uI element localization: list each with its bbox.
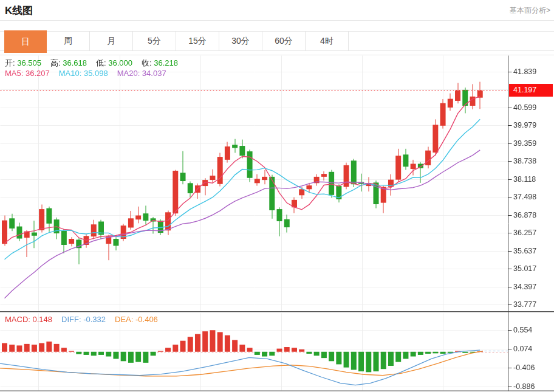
tab-0[interactable]: 日 xyxy=(4,30,47,53)
legend-value: 36.207 xyxy=(23,69,49,78)
legend-value: 34.037 xyxy=(140,69,166,78)
y-axis-tick: 34.397 xyxy=(513,282,551,292)
tab-7[interactable]: 4时 xyxy=(306,32,349,50)
y-axis-tick: 39.979 xyxy=(513,120,551,130)
y-axis-tick: 33.777 xyxy=(513,300,551,309)
kline-page: K线图 基本面分析> 日周月5分15分30分60分4时 开: 36.505高: … xyxy=(0,0,554,392)
legend-label: 开: xyxy=(5,58,15,67)
macd-legend: MACD: 0.148DIFF: -0.332DEA: -0.406 xyxy=(5,315,167,324)
y-axis-tick: 35.017 xyxy=(513,264,551,273)
macd-y-axis-tick: 0.074 xyxy=(513,344,551,354)
macd-y-axis-tick: 0.554 xyxy=(513,325,551,335)
kline-chart-area: 开: 36.505高: 36.618低: 36.000收: 36.218 MA5… xyxy=(0,55,554,392)
kline-chart-canvas[interactable] xyxy=(0,55,554,392)
tab-4[interactable]: 15分 xyxy=(176,32,219,50)
legend-label: DIFF: xyxy=(61,315,81,324)
macd-y-axis-tick: -0.406 xyxy=(513,363,551,373)
page-header: K线图 基本面分析> xyxy=(0,0,554,21)
legend-label: MACD: xyxy=(5,315,30,324)
ohlc-legend: 开: 36.505高: 36.618低: 36.000收: 36.218 xyxy=(5,58,187,69)
legend-label: MA20: xyxy=(117,69,140,78)
y-axis-tick: 37.498 xyxy=(513,192,551,202)
tab-3[interactable]: 5分 xyxy=(133,32,176,50)
y-axis-tick: 36.257 xyxy=(513,228,551,238)
legend-value: 36.505 xyxy=(15,58,41,67)
y-axis-tick: 41.839 xyxy=(513,67,551,77)
legend-label: DEA: xyxy=(115,315,133,324)
y-axis-tick: 40.599 xyxy=(513,103,551,112)
y-axis-tick: 39.359 xyxy=(513,139,551,148)
tab-5[interactable]: 30分 xyxy=(219,32,262,50)
legend-value: 36.218 xyxy=(152,58,178,67)
legend-label: 收: xyxy=(142,58,152,67)
legend-value: 36.000 xyxy=(106,58,132,67)
fundamental-analysis-link[interactable]: 基本面分析> xyxy=(510,5,550,16)
legend-label: MA5: xyxy=(5,69,23,78)
ma-legend: MA5: 36.207MA10: 35.098MA20: 34.037 xyxy=(5,69,176,78)
legend-value: -0.332 xyxy=(81,315,106,324)
legend-label: 低: xyxy=(96,58,106,67)
legend-label: 高: xyxy=(50,58,61,67)
legend-value: -0.406 xyxy=(133,315,157,324)
current-price-tag: 41.197 xyxy=(509,84,553,97)
legend-label: MA10: xyxy=(59,69,82,78)
page-title: K线图 xyxy=(5,4,33,18)
y-axis-tick: 35.637 xyxy=(513,246,551,256)
y-axis-tick: 38.118 xyxy=(513,174,551,184)
legend-value: 35.098 xyxy=(81,69,108,78)
tab-6[interactable]: 60分 xyxy=(262,32,306,50)
tab-2[interactable]: 月 xyxy=(90,32,133,50)
y-axis-tick: 38.738 xyxy=(513,156,551,166)
interval-tab-bar: 日周月5分15分30分60分4时 xyxy=(0,31,554,51)
y-axis-tick: 36.878 xyxy=(513,210,551,220)
legend-value: 36.618 xyxy=(61,58,87,67)
tab-1[interactable]: 周 xyxy=(47,32,90,50)
macd-y-axis-tick: -0.886 xyxy=(513,382,551,391)
legend-value: 0.148 xyxy=(30,315,52,324)
